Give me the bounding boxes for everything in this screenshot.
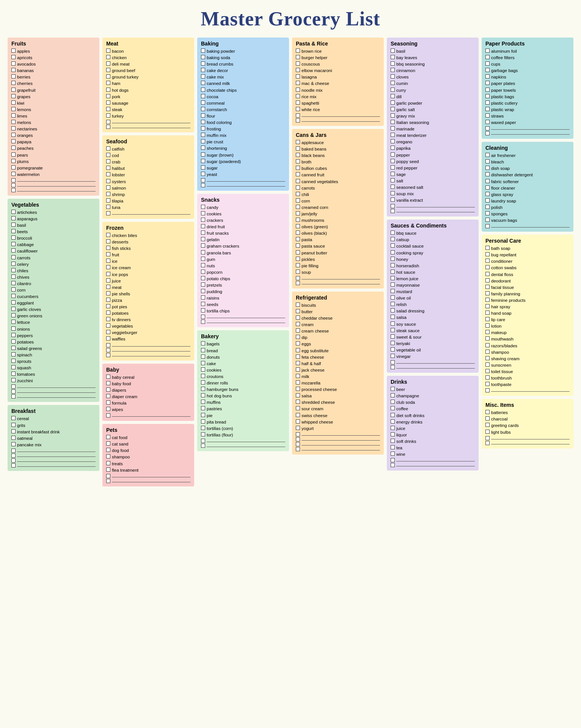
list-item[interactable]: butter <box>296 309 380 315</box>
checkbox[interactable] <box>485 304 490 308</box>
list-item[interactable]: club soda <box>391 399 475 405</box>
checkbox[interactable] <box>296 49 300 53</box>
list-item[interactable] <box>11 178 96 182</box>
list-item[interactable]: dried fruit <box>201 224 285 230</box>
list-item[interactable]: bread crumbs <box>201 61 285 67</box>
list-item[interactable]: broccoli <box>11 235 96 241</box>
checkbox[interactable] <box>201 88 205 92</box>
list-item[interactable]: popcorn <box>201 269 285 275</box>
checkbox[interactable] <box>201 61 205 66</box>
list-item[interactable]: carrots <box>11 255 96 261</box>
list-item[interactable]: pie crust <box>201 139 285 145</box>
list-item[interactable]: avocados <box>11 61 96 67</box>
list-item[interactable]: red pepper <box>391 165 475 171</box>
list-item[interactable]: mayonnaise <box>391 282 475 288</box>
checkbox[interactable] <box>391 81 395 85</box>
list-item[interactable]: bacon <box>106 48 190 54</box>
list-item[interactable]: cornstarch <box>201 107 285 113</box>
checkbox[interactable] <box>201 178 205 182</box>
checkbox[interactable] <box>485 205 490 209</box>
list-item[interactable]: tuna <box>106 204 190 210</box>
checkbox[interactable] <box>296 159 300 163</box>
checkbox[interactable] <box>296 243 300 248</box>
list-item[interactable]: corn <box>11 287 96 293</box>
list-item[interactable]: vanilla extract <box>391 197 475 203</box>
checkbox[interactable] <box>201 55 205 59</box>
checkbox[interactable] <box>485 323 490 328</box>
checkbox[interactable] <box>106 291 110 295</box>
checkbox[interactable] <box>106 179 110 183</box>
checkbox[interactable] <box>485 317 490 321</box>
list-item[interactable] <box>201 319 285 324</box>
checkbox[interactable] <box>106 304 110 308</box>
checkbox[interactable] <box>106 394 110 398</box>
checkbox[interactable] <box>11 68 16 72</box>
list-item[interactable]: hamburger buns <box>201 386 285 392</box>
checkbox[interactable] <box>11 188 16 192</box>
list-item[interactable]: salsa <box>391 314 475 320</box>
list-item[interactable]: cocoa <box>201 94 285 100</box>
checkbox[interactable] <box>201 49 205 53</box>
checkbox[interactable] <box>391 322 395 326</box>
list-item[interactable]: shredded cheese <box>296 399 380 405</box>
checkbox[interactable] <box>11 389 16 394</box>
list-item[interactable]: shortening <box>201 145 285 151</box>
list-item[interactable]: cloves <box>391 74 475 80</box>
list-item[interactable]: ground turkey <box>106 74 190 80</box>
checkbox[interactable] <box>391 74 395 78</box>
checkbox[interactable] <box>11 49 16 53</box>
list-item[interactable]: sponges <box>485 211 570 217</box>
list-item[interactable]: razors/blades <box>485 343 570 349</box>
list-item[interactable]: chili <box>296 191 380 198</box>
checkbox[interactable] <box>11 275 16 279</box>
checkbox[interactable] <box>296 68 300 72</box>
checkbox[interactable] <box>296 400 300 404</box>
list-item[interactable]: pretzels <box>201 282 285 288</box>
list-item[interactable]: papaya <box>11 139 96 145</box>
list-item[interactable]: shampoo <box>485 349 570 355</box>
checkbox[interactable] <box>201 68 205 72</box>
list-item[interactable]: bath soap <box>485 245 570 251</box>
checkbox[interactable] <box>391 209 395 213</box>
list-item[interactable]: donuts <box>201 354 285 360</box>
list-item[interactable]: cod <box>106 152 190 158</box>
list-item[interactable] <box>296 447 380 451</box>
list-item[interactable]: candy <box>201 204 285 210</box>
checkbox[interactable] <box>106 198 110 202</box>
checkbox[interactable] <box>201 341 205 345</box>
list-item[interactable]: sugar (powdered) <box>201 158 285 165</box>
list-item[interactable]: pasta <box>296 237 380 243</box>
list-item[interactable]: soy sauce <box>391 321 475 327</box>
checkbox[interactable] <box>201 320 205 324</box>
checkbox[interactable] <box>201 270 205 274</box>
checkbox[interactable] <box>106 74 110 78</box>
checkbox[interactable] <box>201 243 205 248</box>
list-item[interactable] <box>106 343 190 347</box>
checkbox[interactable] <box>106 166 110 170</box>
list-item[interactable]: chives <box>11 274 96 280</box>
list-item[interactable]: pie <box>201 413 285 419</box>
checkbox[interactable] <box>296 281 300 285</box>
checkbox[interactable] <box>391 289 395 293</box>
list-item[interactable]: jam/jelly <box>296 211 380 217</box>
list-item[interactable] <box>11 188 96 192</box>
checkbox[interactable] <box>201 276 205 280</box>
checkbox[interactable] <box>11 100 16 105</box>
checkbox[interactable] <box>391 308 395 312</box>
list-item[interactable]: paper plates <box>485 80 570 86</box>
checkbox[interactable] <box>391 360 395 364</box>
checkbox[interactable] <box>296 257 300 261</box>
checkbox[interactable] <box>296 166 300 170</box>
checkbox[interactable] <box>296 442 300 446</box>
checkbox[interactable] <box>485 382 490 386</box>
checkbox[interactable] <box>485 252 490 256</box>
list-item[interactable] <box>296 281 380 285</box>
checkbox[interactable] <box>391 463 395 467</box>
checkbox[interactable] <box>485 356 490 360</box>
checkbox[interactable] <box>201 231 205 235</box>
checkbox[interactable] <box>485 153 490 157</box>
checkbox[interactable] <box>201 355 205 359</box>
checkbox[interactable] <box>296 55 300 59</box>
checkbox[interactable] <box>11 436 16 440</box>
list-item[interactable]: treats <box>106 461 190 467</box>
